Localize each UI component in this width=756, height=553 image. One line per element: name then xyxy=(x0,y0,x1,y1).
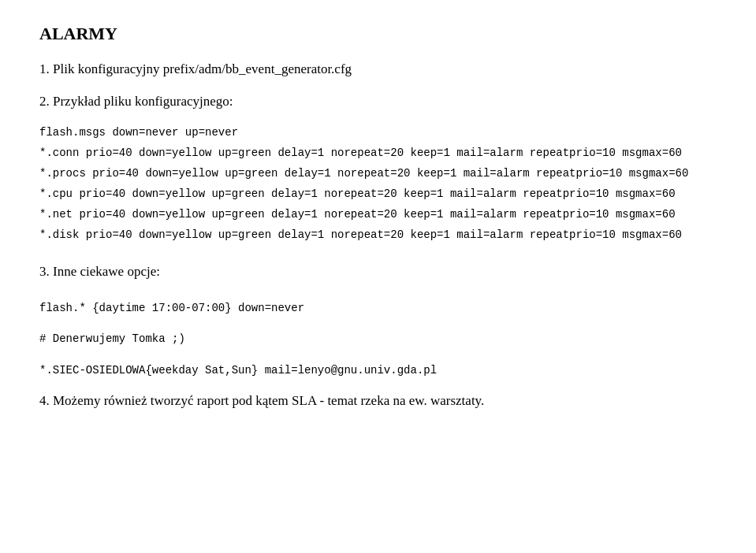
page-content: ALARMY 1. Plik konfiguracyjny prefix/adm… xyxy=(39,24,717,412)
section3-note1-text: flash.* {daytime 17:00-07:00} down=never xyxy=(39,302,304,314)
config-line-2: *.conn prio=40 down=yellow up=green dela… xyxy=(39,143,717,161)
config-block: flash.msgs down=never up=never *.conn pr… xyxy=(39,123,717,243)
config-line-3-text: *.procs prio=40 down=yellow up=green del… xyxy=(39,167,688,180)
section3-note3: *.SIEC-OSIEDLOWA{weekday Sat,Sun} mail=l… xyxy=(39,359,717,380)
page-title: ALARMY xyxy=(39,24,717,44)
config-line-2-text: *.conn prio=40 down=yellow up=green dela… xyxy=(39,147,682,159)
section3-note3-text: *.SIEC-OSIEDLOWA{weekday Sat,Sun} mail=l… xyxy=(39,364,437,377)
config-line-6-text: *.disk prio=40 down=yellow up=green dela… xyxy=(39,228,682,241)
section3-note1: flash.* {daytime 17:00-07:00} down=never xyxy=(39,297,717,317)
section3-heading: 3. Inne ciekawe opcje: xyxy=(39,261,717,282)
section4-heading: 4. Możemy również tworzyć raport pod kąt… xyxy=(39,390,717,411)
section1-heading: 1. Plik konfiguracyjny prefix/adm/bb_eve… xyxy=(39,58,717,80)
config-line-6: *.disk prio=40 down=yellow up=green dela… xyxy=(39,225,717,243)
config-line-4: *.cpu prio=40 down=yellow up=green delay… xyxy=(39,184,717,202)
section3-note2-text: # Denerwujemy Tomka ;) xyxy=(39,332,185,345)
config-line-4-text: *.cpu prio=40 down=yellow up=green delay… xyxy=(39,187,676,200)
section2-heading: 2. Przykład pliku konfiguracyjnego: xyxy=(39,91,717,112)
config-line-3: *.procs prio=40 down=yellow up=green del… xyxy=(39,164,717,182)
config-line-1-text: flash.msgs down=never up=never xyxy=(39,126,238,139)
section3-note2: # Denerwujemy Tomka ;) xyxy=(39,328,717,348)
config-line-1: flash.msgs down=never up=never xyxy=(39,123,717,141)
config-line-5: *.net prio=40 down=yellow up=green delay… xyxy=(39,205,717,223)
config-line-5-text: *.net prio=40 down=yellow up=green delay… xyxy=(39,208,676,221)
